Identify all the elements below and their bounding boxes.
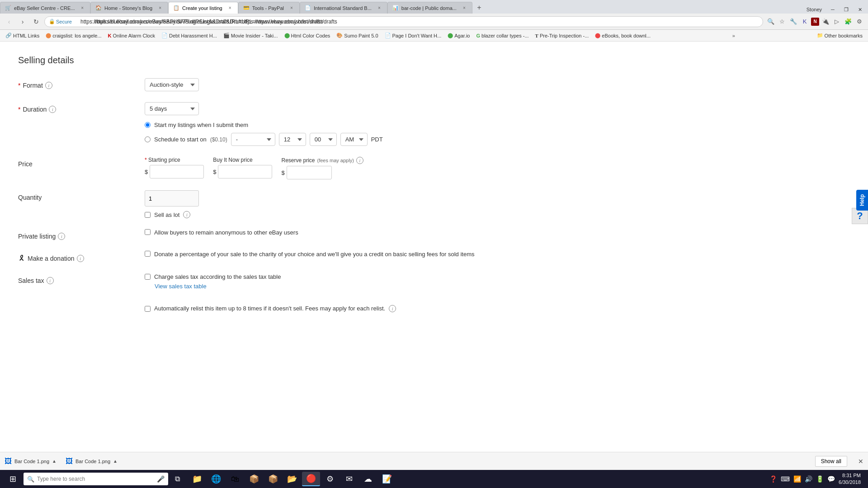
private-listing-checkbox-label[interactable]: Allow buyers to remain anonymous to othe… [154,229,298,236]
refresh-button[interactable]: ↻ [31,16,42,27]
forward-button[interactable]: › [17,16,28,27]
starting-price-input[interactable] [150,165,204,178]
bookmark-star-icon[interactable]: ☆ [777,17,787,27]
tab-create-listing[interactable]: 📋 Create your listing × [168,2,238,14]
bookmark-alarm[interactable]: K Online Alarm Clock [105,32,158,39]
sell-as-lot-checkbox[interactable] [145,212,151,218]
buy-now-price-input[interactable] [218,165,272,178]
quantity-input[interactable] [145,190,199,206]
format-select[interactable]: Auction-style Fixed price [145,78,199,91]
sales-tax-checkbox-label[interactable]: Charge sales tax according to the sales … [154,273,281,280]
donation-info-icon[interactable]: i [77,255,84,262]
task-view-button[interactable]: ⧉ [170,472,184,486]
taskbar-time[interactable]: 8:31 PM 6/30/2018 [839,472,864,486]
format-info-icon[interactable]: i [45,82,52,89]
auto-relist-checkbox[interactable] [145,306,151,312]
download-chevron-2[interactable]: ▲ [113,459,118,464]
restore-button[interactable]: ❐ [840,5,853,14]
bookmark-blazer[interactable]: G blazer collar types -... [473,32,531,39]
tab-ebay-seller[interactable]: 🛒 eBay Seller Centre - CRE... × [0,2,90,14]
tab-close-intl[interactable]: × [376,5,382,11]
close-button[interactable]: ✕ [854,5,866,14]
bookmark-movie[interactable]: 🎬 Movie Insider - Taki... [221,32,281,39]
taskbar-app-amazon[interactable]: 📦 [264,472,282,486]
download-chevron-1[interactable]: ▲ [52,459,57,464]
taskbar-help-icon[interactable]: ❓ [769,474,778,483]
bookmark-craigslist[interactable]: ⬤ craigslist: los angele... [43,32,104,39]
schedule-label[interactable]: Schedule to start on [154,136,207,143]
extension-icon-3[interactable]: N [811,18,819,26]
taskbar-battery-icon[interactable]: 🔋 [815,474,825,483]
tab-close-listing[interactable]: × [227,5,233,11]
bookmark-agar[interactable]: ⬤ Agar.io [445,32,472,39]
taskbar-app-notes[interactable]: 📝 [378,472,396,486]
tab-international[interactable]: 📄 International Standard B... × [300,2,387,14]
taskbar-app-edge[interactable]: 🌐 [207,472,225,486]
extension-icon-5[interactable]: ▷ [832,17,842,27]
schedule-minute-select[interactable]: 00 153045 [310,133,337,146]
tab-close-paypal[interactable]: × [288,5,295,11]
bookmark-sumo[interactable]: 🎨 Sumo Paint 5.0 [334,32,381,39]
sell-as-lot-info-icon[interactable]: i [183,211,190,218]
tab-paypal[interactable]: 💳 Tools - PayPal × [238,2,300,14]
taskbar-network-icon[interactable]: 📶 [793,474,802,483]
reserve-info-icon[interactable]: i [356,157,363,164]
taskbar-app-chrome[interactable]: 🔴 [302,472,320,486]
donation-checkbox-label[interactable]: Donate a percentage of your sale to the … [154,251,474,258]
taskbar-app-cloud[interactable]: ☁ [359,472,377,486]
microphone-icon[interactable]: 🎤 [157,475,165,483]
bookmark-html-links[interactable]: 🔗 HTML Links [3,32,42,39]
help-button[interactable]: Help [856,190,868,211]
taskbar-app-explorer[interactable]: 📁 [188,472,206,486]
taskbar-app-dropbox[interactable]: 📦 [245,472,263,486]
private-listing-info-icon[interactable]: i [58,233,65,240]
auto-relist-label[interactable]: Automatically relist this item up to 8 t… [154,305,385,312]
new-tab-button[interactable]: + [473,2,485,14]
taskbar-keyboard-icon[interactable]: ⌨ [780,474,791,483]
taskbar-app-files[interactable]: 📂 [283,472,301,486]
start-button[interactable]: ⊞ [4,472,22,486]
schedule-ampm-select[interactable]: AM PM [340,133,368,146]
minimize-button[interactable]: ─ [826,5,839,14]
bookmark-html-colors[interactable]: ⬤ Html Color Codes [282,32,333,39]
taskbar-speaker-icon[interactable]: 🔊 [804,474,813,483]
extension-icon-7[interactable]: ⚙ [854,17,864,27]
sell-as-lot-label[interactable]: Sell as lot [154,211,179,218]
sales-tax-info-icon[interactable]: i [47,277,54,284]
sales-tax-checkbox[interactable] [145,274,151,280]
tab-barcode[interactable]: 📊 bar-code | Public doma... × [387,2,472,14]
taskbar-search-input[interactable] [37,476,154,482]
schedule-date-select[interactable]: - Today Tomorrow [231,133,275,146]
extension-icon-6[interactable]: 🧩 [843,17,853,27]
taskbar-app-store[interactable]: 🛍 [226,472,244,486]
extension-icon-1[interactable]: 🔧 [788,17,798,27]
search-icon[interactable]: 🔍 [766,17,776,27]
extension-icon-4[interactable]: 🔌 [821,17,830,27]
view-tax-table-link[interactable]: View sales tax table [155,283,850,290]
bookmark-debt[interactable]: 📄 Debt Harassment H... [159,32,220,39]
tab-close-blog[interactable]: × [157,5,163,11]
downloads-close-button[interactable]: ✕ [858,458,863,465]
taskbar-app-mail[interactable]: ✉ [340,472,358,486]
back-button[interactable]: ‹ [4,16,14,27]
start-now-radio[interactable] [145,122,151,128]
extension-icon-2[interactable]: K [800,17,810,27]
show-all-button[interactable]: Show all [815,456,847,467]
duration-info-icon[interactable]: i [49,106,56,113]
reserve-price-input[interactable] [287,166,332,179]
taskbar-app-settings[interactable]: ⚙ [321,472,339,486]
schedule-hour-select[interactable]: 12 123 456 789 1011 [279,133,306,146]
private-listing-checkbox[interactable] [145,229,151,235]
donation-checkbox[interactable] [145,251,151,257]
bookmarks-more-button[interactable]: » [730,32,738,39]
taskbar-action-center[interactable]: 💬 [826,474,836,483]
bookmark-page[interactable]: 📄 Page I Don't Want H... [382,32,444,39]
duration-select[interactable]: 1 day 3 days 5 days 7 days 10 days 30 da… [145,102,199,115]
tab-close-ebay[interactable]: × [80,5,86,11]
address-input[interactable] [44,16,763,27]
tab-close-barcode[interactable]: × [461,5,467,11]
schedule-radio[interactable] [145,136,151,142]
relist-info-icon[interactable]: i [389,305,396,312]
tab-stoney-blog[interactable]: 🏠 Home - Stoney's Blog × [90,2,168,14]
bookmark-other[interactable]: 📁 Other bookmarks [814,32,865,39]
